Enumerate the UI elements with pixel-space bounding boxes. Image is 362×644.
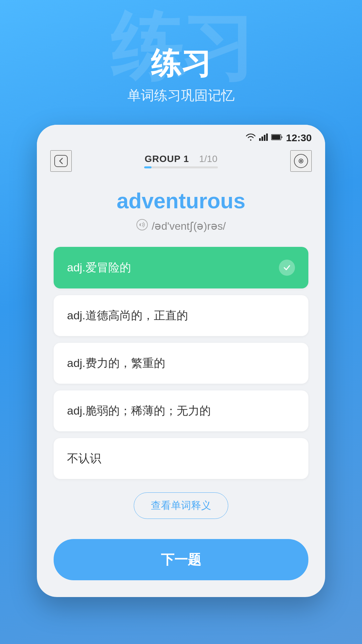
options-list: adj.爱冒险的 adj.道德高尚的，正直的 adj.费力的，繁重的 adj.脆… [54,247,308,479]
nav-center: GROUP 1 1/10 [144,154,218,168]
option-item[interactable]: 不认识 [54,438,308,479]
group-label: GROUP 1 [144,154,189,164]
phonetic-text: /əd'ventʃ(ə)rəs/ [152,220,226,232]
svg-rect-5 [272,135,280,140]
option-text: adj.脆弱的；稀薄的；无力的 [67,403,211,419]
nav-group-info: GROUP 1 1/10 [144,154,217,164]
word-display: adventurous /əd'ventʃ(ə)rəs/ [54,189,308,233]
svg-rect-2 [264,135,265,141]
status-time: 12:30 [286,132,312,144]
svg-rect-1 [261,137,263,141]
view-definition-container: 查看单词释义 [54,492,308,519]
svg-rect-6 [55,155,67,167]
page-title: 练习 [127,47,235,80]
header-area: 练习 单词练习巩固记忆 [127,0,235,125]
wifi-icon [246,133,256,142]
status-icons: 12:30 [246,132,312,144]
back-button[interactable] [50,150,72,172]
option-item[interactable]: adj.费力的，繁重的 [54,343,308,384]
next-btn-container: 下一题 [37,539,325,580]
battery-icon [271,134,283,142]
word-phonetic: /əd'ventʃ(ə)rəs/ [54,219,308,233]
view-definition-button[interactable]: 查看单词释义 [134,492,228,519]
content-area: adventurous /əd'ventʃ(ə)rəs/ adj.爱冒险的 [37,172,325,539]
page-subtitle: 单词练习巩固记忆 [127,86,235,105]
word-english: adventurous [54,189,308,213]
svg-rect-3 [266,133,268,141]
phone-card: 12:30 GROUP 1 1/10 [37,125,325,597]
top-nav: GROUP 1 1/10 [37,147,325,172]
status-bar: 12:30 [37,125,325,147]
option-text: adj.爱冒险的 [67,260,131,275]
option-text: adj.道德高尚的，正直的 [67,308,188,323]
option-text: 不认识 [67,451,101,466]
progress-bar-container [144,166,218,168]
svg-point-10 [137,219,147,230]
progress-text: 1/10 [199,154,218,164]
next-button[interactable]: 下一题 [54,539,308,580]
option-item[interactable]: adj.爱冒险的 [54,247,308,288]
progress-bar-fill [144,166,152,168]
option-item[interactable]: adj.脆弱的；稀薄的；无力的 [54,390,308,431]
svg-rect-0 [259,138,261,141]
settings-button[interactable] [290,150,312,172]
svg-point-9 [300,160,302,162]
sound-icon[interactable] [136,219,148,233]
option-item[interactable]: adj.道德高尚的，正直的 [54,295,308,336]
signal-icon [259,133,268,142]
option-text: adj.费力的，繁重的 [67,356,165,371]
check-icon [279,260,295,276]
